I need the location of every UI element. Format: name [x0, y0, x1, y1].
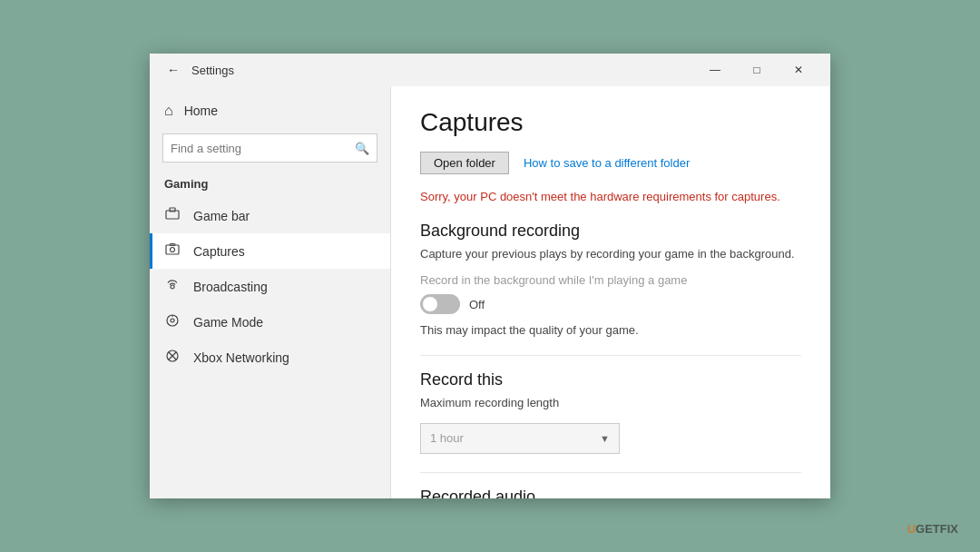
max-length-dropdown[interactable]: 1 hour ▼	[420, 423, 620, 454]
sidebar-label-xbox-networking: Xbox Networking	[193, 350, 289, 365]
search-icon: 🔍	[355, 142, 369, 155]
toggle-state-label: Off	[469, 298, 485, 311]
sidebar-label-broadcasting: Broadcasting	[193, 280, 268, 294]
back-button[interactable]: ←	[161, 57, 186, 83]
captures-icon	[164, 242, 181, 260]
sidebar-item-captures[interactable]: Captures	[150, 233, 390, 269]
xbox-icon	[164, 349, 181, 366]
record-this-title: Record this	[420, 370, 801, 389]
sidebar: ⌂ Home 🔍 Gaming Game bar Captures	[150, 86, 390, 498]
broadcasting-icon	[164, 278, 181, 295]
main-panel: Captures Open folder How to save to a di…	[390, 86, 830, 498]
home-icon: ⌂	[164, 103, 173, 119]
ugetfix-rest: GETFIX	[916, 522, 958, 536]
sidebar-item-broadcasting[interactable]: Broadcasting	[150, 269, 390, 304]
page-title: Captures	[420, 108, 801, 137]
divider	[420, 355, 801, 356]
recorded-audio-title: Recorded audio	[420, 488, 801, 498]
search-input[interactable]	[171, 142, 355, 155]
sidebar-item-game-mode[interactable]: Game Mode	[150, 304, 390, 340]
window-title: Settings	[191, 64, 234, 77]
maximize-button[interactable]: □	[736, 55, 778, 84]
settings-window: ← Settings — □ ✕ ⌂ Home 🔍 Gaming Gam	[150, 54, 830, 498]
sidebar-item-home[interactable]: ⌂ Home	[150, 94, 390, 128]
max-length-label: Maximum recording length	[420, 395, 801, 411]
sidebar-item-xbox-networking[interactable]: Xbox Networking	[150, 340, 390, 375]
close-button[interactable]: ✕	[778, 55, 819, 84]
error-message: Sorry, your PC doesn't meet the hardware…	[420, 189, 801, 205]
window-controls: — □ ✕	[694, 55, 819, 84]
minimize-button[interactable]: —	[694, 55, 736, 84]
ugetfix-u: U	[907, 522, 916, 536]
sidebar-label-captures: Captures	[193, 244, 245, 259]
toggle-knob	[423, 297, 437, 311]
svg-rect-2	[166, 245, 179, 254]
titlebar: ← Settings — □ ✕	[150, 54, 830, 86]
background-record-toggle[interactable]	[420, 294, 460, 314]
background-recording-desc: Capture your previous plays by recording…	[420, 246, 801, 262]
svg-point-3	[171, 248, 175, 252]
captures-actions: Open folder How to save to a different f…	[420, 152, 801, 174]
content-area: ⌂ Home 🔍 Gaming Game bar Captures	[150, 86, 830, 498]
chevron-down-icon: ▼	[600, 433, 610, 444]
open-folder-button[interactable]: Open folder	[420, 152, 509, 174]
dropdown-value: 1 hour	[430, 431, 600, 445]
game-mode-icon	[164, 313, 181, 330]
toggle-row: Off	[420, 294, 801, 314]
svg-point-5	[171, 285, 174, 289]
ugetfix-watermark: UGETFIX	[907, 522, 958, 536]
record-background-label: Record in the background while I'm playi…	[420, 273, 801, 287]
svg-point-7	[171, 319, 174, 322]
sidebar-section-gaming: Gaming	[150, 172, 390, 198]
divider-2	[420, 472, 801, 473]
sidebar-label-game-bar: Game bar	[193, 209, 250, 223]
search-box[interactable]: 🔍	[162, 133, 377, 163]
sidebar-item-game-bar[interactable]: Game bar	[150, 198, 390, 233]
background-recording-title: Background recording	[420, 222, 801, 241]
impact-note: This may impact the quality of your game…	[420, 323, 801, 337]
home-label: Home	[184, 104, 218, 118]
game-bar-icon	[164, 207, 181, 224]
how-to-save-link[interactable]: How to save to a different folder	[524, 156, 690, 170]
sidebar-label-game-mode: Game Mode	[193, 315, 263, 330]
